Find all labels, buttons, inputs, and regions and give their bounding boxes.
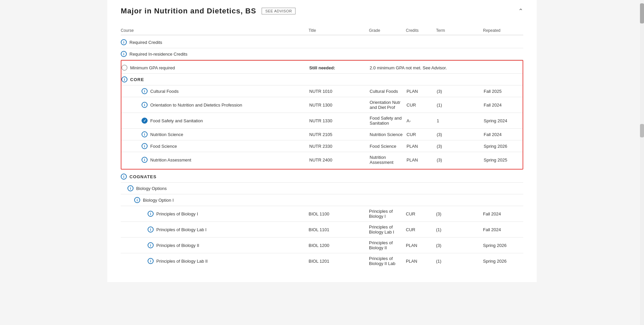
course-grade: CUR	[407, 103, 437, 108]
cognates-row: i COGNATES	[121, 171, 523, 183]
course-grade: A-	[407, 118, 437, 123]
minimum-gpa-circle-icon	[121, 65, 127, 71]
table-row: i Nutrition Science NUTR 2105 Nutrition …	[121, 129, 523, 140]
scrollbar-thumb[interactable]	[640, 3, 644, 23]
table-row: ✓ Food Safety and Sanitation NUTR 1330 F…	[121, 113, 523, 129]
biology-options-info-icon[interactable]: i	[127, 185, 133, 191]
required-in-residence-label: Required In-residence Credits	[129, 52, 187, 57]
cognates-info-icon[interactable]: i	[121, 174, 127, 180]
course-name: Principles of Biology II	[156, 243, 199, 248]
course-title: Principles of Biology I	[369, 209, 406, 219]
col-credits: Credits	[406, 28, 436, 33]
course-title: Food Safety and Sanitation	[370, 116, 407, 126]
course-term: Fall 2024	[484, 103, 524, 108]
course-term: Fall 2024	[483, 211, 523, 216]
col-course: Course	[121, 28, 309, 33]
info-icon[interactable]: i	[142, 143, 148, 149]
column-headers: Course Title Grade Credits Term Repeated	[121, 26, 523, 35]
course-name-cell: i Principles of Biology Lab I	[121, 226, 309, 233]
col-title: Title	[309, 28, 369, 33]
course-credits: (1)	[437, 103, 484, 108]
course-code: BIOL 1201	[309, 259, 369, 264]
collapse-icon[interactable]: ⌃	[518, 7, 523, 15]
course-name-cell: i Principles of Biology II	[121, 242, 309, 248]
course-grade: PLAN	[407, 144, 437, 149]
biology-option-1-info-icon[interactable]: i	[134, 197, 140, 203]
core-courses-container: i Cultural Foods NUTR 1010 Cultural Food…	[121, 85, 523, 168]
course-name-cell: i Nutrition Science	[121, 131, 309, 137]
course-name: Food Safety and Sanitation	[150, 118, 203, 123]
table-row: i Principles of Biology II BIOL 1200 Pri…	[121, 238, 523, 253]
course-credits: (3)	[437, 89, 484, 94]
course-name-cell: i Nutrition Assessment	[121, 157, 309, 163]
course-credits: (3)	[436, 211, 483, 216]
course-name-cell: i Orientation to Nutrition and Dietetics…	[121, 102, 309, 108]
course-title: Nutrition Science	[370, 132, 407, 137]
minimum-gpa-label: Minimum GPA required	[130, 65, 175, 70]
course-name-cell: i Principles of Biology Lab II	[121, 258, 309, 264]
course-credits: (3)	[436, 243, 483, 248]
course-term: Fall 2024	[484, 132, 524, 137]
course-credits: 1	[437, 118, 484, 123]
course-name: Nutrition Science	[150, 132, 183, 137]
required-credits-label: Required Credits	[129, 40, 162, 45]
table-row: i Cultural Foods NUTR 1010 Cultural Food…	[121, 85, 523, 97]
info-icon[interactable]: i	[148, 242, 154, 248]
course-grade: CUR	[406, 211, 436, 216]
required-in-residence-info-icon[interactable]: i	[121, 51, 127, 57]
course-term: Spring 2024	[484, 118, 524, 123]
course-title: Principles of Biology Lab I	[369, 224, 406, 235]
biology-options-row: i Biology Options	[121, 183, 523, 194]
scrollbar[interactable]	[640, 0, 644, 282]
scrollbar-thumb2[interactable]	[640, 124, 644, 137]
course-name: Cultural Foods	[150, 89, 179, 94]
col-repeated: Repeated	[483, 28, 523, 33]
info-icon[interactable]: i	[142, 157, 148, 163]
see-advisor-button[interactable]: SEE ADVISOR	[262, 8, 296, 14]
required-credits-info-icon[interactable]: i	[121, 39, 127, 45]
course-name: Orientation to Nutrition and Dietetics P…	[150, 103, 242, 108]
red-border-section: Minimum GPA required Still needed: 2.0 m…	[121, 60, 523, 170]
course-name: Principles of Biology Lab II	[156, 259, 208, 264]
course-credits: (3)	[437, 132, 484, 137]
bio-courses-container: i Principles of Biology I BIOL 1100 Prin…	[121, 206, 523, 269]
course-term: Spring 2026	[483, 259, 523, 264]
main-content: Major in Nutrition and Dietetics, BS SEE…	[107, 0, 537, 282]
table-row: i Food Science NUTR 2330 Food Science PL…	[121, 140, 523, 152]
course-credits: (1)	[436, 227, 483, 232]
course-title: Principles of Biology II Lab	[369, 256, 406, 266]
info-icon[interactable]: i	[148, 258, 154, 264]
course-code: NUTR 1300	[309, 103, 370, 108]
header-row: Major in Nutrition and Dietetics, BS SEE…	[121, 7, 523, 18]
course-name-cell: i Food Science	[121, 143, 309, 149]
col-grade: Grade	[369, 28, 406, 33]
table-row: i Orientation to Nutrition and Dietetics…	[121, 97, 523, 113]
course-name-cell: i Cultural Foods	[121, 88, 309, 94]
info-icon[interactable]: i	[142, 131, 148, 137]
required-credits-row: i Required Credits	[121, 37, 523, 48]
course-code: NUTR 2330	[309, 144, 370, 149]
info-icon[interactable]: i	[142, 88, 148, 94]
info-icon[interactable]: i	[142, 102, 148, 108]
course-grade: PLAN	[406, 243, 436, 248]
course-title: Orientation Nutr and Diet Prof	[370, 100, 407, 110]
col-term: Term	[436, 28, 483, 33]
course-name: Principles of Biology I	[156, 211, 198, 216]
course-code: NUTR 2400	[309, 157, 370, 162]
course-term: Spring 2026	[483, 243, 523, 248]
cognates-label: COGNATES	[129, 174, 157, 179]
table-row: i Principles of Biology Lab I BIOL 1101 …	[121, 222, 523, 238]
info-icon[interactable]: i	[148, 211, 154, 217]
biology-option-1-row: i Biology Option I	[121, 194, 523, 206]
core-label: CORE	[130, 77, 144, 82]
course-title: Cultural Foods	[370, 89, 407, 94]
info-icon[interactable]: i	[148, 226, 154, 233]
course-code: NUTR 2105	[309, 132, 370, 137]
core-info-icon[interactable]: i	[121, 76, 127, 82]
course-grade: PLAN	[406, 259, 436, 264]
course-title: Principles of Biology II	[369, 240, 406, 250]
course-code: NUTR 1010	[309, 89, 370, 94]
course-code: NUTR 1330	[309, 118, 370, 123]
table-row: i Principles of Biology Lab II BIOL 1201…	[121, 253, 523, 269]
still-needed-label: Still needed:	[309, 65, 370, 70]
